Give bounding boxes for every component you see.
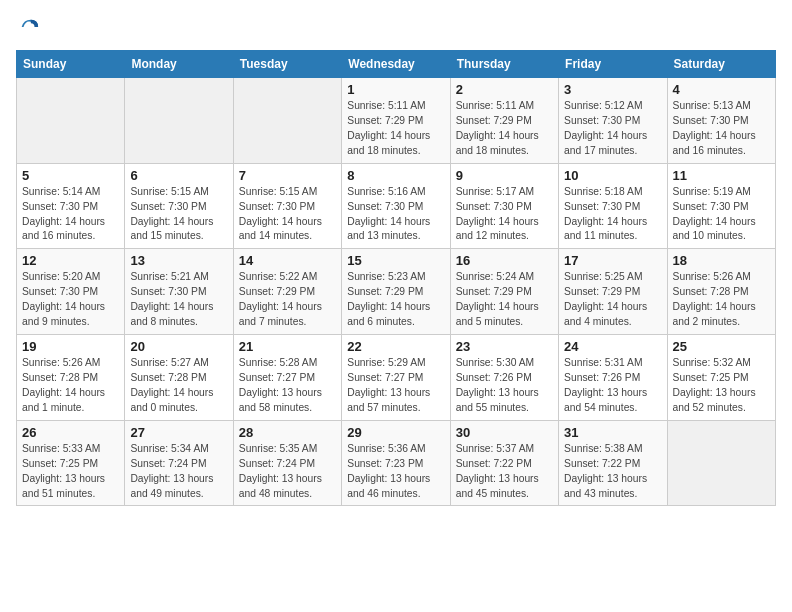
day-number: 25 xyxy=(673,339,770,354)
calendar-cell: 28Sunrise: 5:35 AM Sunset: 7:24 PM Dayli… xyxy=(233,420,341,506)
calendar-week-5: 26Sunrise: 5:33 AM Sunset: 7:25 PM Dayli… xyxy=(17,420,776,506)
day-info: Sunrise: 5:27 AM Sunset: 7:28 PM Dayligh… xyxy=(130,356,227,416)
col-header-saturday: Saturday xyxy=(667,51,775,78)
day-info: Sunrise: 5:29 AM Sunset: 7:27 PM Dayligh… xyxy=(347,356,444,416)
day-number: 30 xyxy=(456,425,553,440)
day-info: Sunrise: 5:26 AM Sunset: 7:28 PM Dayligh… xyxy=(22,356,119,416)
day-info: Sunrise: 5:20 AM Sunset: 7:30 PM Dayligh… xyxy=(22,270,119,330)
calendar-cell: 15Sunrise: 5:23 AM Sunset: 7:29 PM Dayli… xyxy=(342,249,450,335)
day-info: Sunrise: 5:38 AM Sunset: 7:22 PM Dayligh… xyxy=(564,442,661,502)
day-info: Sunrise: 5:23 AM Sunset: 7:29 PM Dayligh… xyxy=(347,270,444,330)
calendar-week-4: 19Sunrise: 5:26 AM Sunset: 7:28 PM Dayli… xyxy=(17,335,776,421)
day-info: Sunrise: 5:36 AM Sunset: 7:23 PM Dayligh… xyxy=(347,442,444,502)
day-number: 4 xyxy=(673,82,770,97)
calendar-cell: 29Sunrise: 5:36 AM Sunset: 7:23 PM Dayli… xyxy=(342,420,450,506)
calendar-cell: 26Sunrise: 5:33 AM Sunset: 7:25 PM Dayli… xyxy=(17,420,125,506)
day-number: 21 xyxy=(239,339,336,354)
calendar-cell: 23Sunrise: 5:30 AM Sunset: 7:26 PM Dayli… xyxy=(450,335,558,421)
calendar-cell: 18Sunrise: 5:26 AM Sunset: 7:28 PM Dayli… xyxy=(667,249,775,335)
day-number: 19 xyxy=(22,339,119,354)
day-info: Sunrise: 5:35 AM Sunset: 7:24 PM Dayligh… xyxy=(239,442,336,502)
calendar-table: SundayMondayTuesdayWednesdayThursdayFrid… xyxy=(16,50,776,506)
day-info: Sunrise: 5:11 AM Sunset: 7:29 PM Dayligh… xyxy=(456,99,553,159)
calendar-cell: 16Sunrise: 5:24 AM Sunset: 7:29 PM Dayli… xyxy=(450,249,558,335)
day-info: Sunrise: 5:11 AM Sunset: 7:29 PM Dayligh… xyxy=(347,99,444,159)
day-number: 6 xyxy=(130,168,227,183)
col-header-thursday: Thursday xyxy=(450,51,558,78)
day-number: 5 xyxy=(22,168,119,183)
day-number: 16 xyxy=(456,253,553,268)
day-number: 14 xyxy=(239,253,336,268)
calendar-cell: 20Sunrise: 5:27 AM Sunset: 7:28 PM Dayli… xyxy=(125,335,233,421)
calendar-cell: 22Sunrise: 5:29 AM Sunset: 7:27 PM Dayli… xyxy=(342,335,450,421)
calendar-week-3: 12Sunrise: 5:20 AM Sunset: 7:30 PM Dayli… xyxy=(17,249,776,335)
day-number: 29 xyxy=(347,425,444,440)
day-info: Sunrise: 5:34 AM Sunset: 7:24 PM Dayligh… xyxy=(130,442,227,502)
calendar-cell xyxy=(125,78,233,164)
day-info: Sunrise: 5:31 AM Sunset: 7:26 PM Dayligh… xyxy=(564,356,661,416)
day-number: 24 xyxy=(564,339,661,354)
calendar-cell: 9Sunrise: 5:17 AM Sunset: 7:30 PM Daylig… xyxy=(450,163,558,249)
day-number: 1 xyxy=(347,82,444,97)
calendar-cell: 7Sunrise: 5:15 AM Sunset: 7:30 PM Daylig… xyxy=(233,163,341,249)
day-number: 3 xyxy=(564,82,661,97)
day-info: Sunrise: 5:37 AM Sunset: 7:22 PM Dayligh… xyxy=(456,442,553,502)
calendar-cell xyxy=(667,420,775,506)
col-header-friday: Friday xyxy=(559,51,667,78)
day-number: 20 xyxy=(130,339,227,354)
day-info: Sunrise: 5:12 AM Sunset: 7:30 PM Dayligh… xyxy=(564,99,661,159)
calendar-cell: 30Sunrise: 5:37 AM Sunset: 7:22 PM Dayli… xyxy=(450,420,558,506)
calendar-cell: 10Sunrise: 5:18 AM Sunset: 7:30 PM Dayli… xyxy=(559,163,667,249)
calendar-header-row: SundayMondayTuesdayWednesdayThursdayFrid… xyxy=(17,51,776,78)
day-number: 23 xyxy=(456,339,553,354)
day-number: 11 xyxy=(673,168,770,183)
day-info: Sunrise: 5:18 AM Sunset: 7:30 PM Dayligh… xyxy=(564,185,661,245)
calendar-cell: 31Sunrise: 5:38 AM Sunset: 7:22 PM Dayli… xyxy=(559,420,667,506)
day-number: 15 xyxy=(347,253,444,268)
col-header-wednesday: Wednesday xyxy=(342,51,450,78)
calendar-cell: 17Sunrise: 5:25 AM Sunset: 7:29 PM Dayli… xyxy=(559,249,667,335)
calendar-cell: 11Sunrise: 5:19 AM Sunset: 7:30 PM Dayli… xyxy=(667,163,775,249)
day-info: Sunrise: 5:32 AM Sunset: 7:25 PM Dayligh… xyxy=(673,356,770,416)
day-info: Sunrise: 5:24 AM Sunset: 7:29 PM Dayligh… xyxy=(456,270,553,330)
day-info: Sunrise: 5:16 AM Sunset: 7:30 PM Dayligh… xyxy=(347,185,444,245)
col-header-tuesday: Tuesday xyxy=(233,51,341,78)
day-number: 27 xyxy=(130,425,227,440)
calendar-cell: 2Sunrise: 5:11 AM Sunset: 7:29 PM Daylig… xyxy=(450,78,558,164)
calendar-cell: 3Sunrise: 5:12 AM Sunset: 7:30 PM Daylig… xyxy=(559,78,667,164)
calendar-cell: 27Sunrise: 5:34 AM Sunset: 7:24 PM Dayli… xyxy=(125,420,233,506)
calendar-cell: 6Sunrise: 5:15 AM Sunset: 7:30 PM Daylig… xyxy=(125,163,233,249)
calendar-cell: 4Sunrise: 5:13 AM Sunset: 7:30 PM Daylig… xyxy=(667,78,775,164)
col-header-monday: Monday xyxy=(125,51,233,78)
day-number: 9 xyxy=(456,168,553,183)
day-number: 18 xyxy=(673,253,770,268)
calendar-week-2: 5Sunrise: 5:14 AM Sunset: 7:30 PM Daylig… xyxy=(17,163,776,249)
day-number: 26 xyxy=(22,425,119,440)
calendar-cell: 8Sunrise: 5:16 AM Sunset: 7:30 PM Daylig… xyxy=(342,163,450,249)
calendar-cell xyxy=(233,78,341,164)
logo xyxy=(16,16,40,38)
day-info: Sunrise: 5:15 AM Sunset: 7:30 PM Dayligh… xyxy=(239,185,336,245)
day-info: Sunrise: 5:15 AM Sunset: 7:30 PM Dayligh… xyxy=(130,185,227,245)
day-info: Sunrise: 5:30 AM Sunset: 7:26 PM Dayligh… xyxy=(456,356,553,416)
calendar-cell: 25Sunrise: 5:32 AM Sunset: 7:25 PM Dayli… xyxy=(667,335,775,421)
day-number: 2 xyxy=(456,82,553,97)
calendar-cell: 13Sunrise: 5:21 AM Sunset: 7:30 PM Dayli… xyxy=(125,249,233,335)
day-info: Sunrise: 5:19 AM Sunset: 7:30 PM Dayligh… xyxy=(673,185,770,245)
col-header-sunday: Sunday xyxy=(17,51,125,78)
day-info: Sunrise: 5:26 AM Sunset: 7:28 PM Dayligh… xyxy=(673,270,770,330)
day-number: 10 xyxy=(564,168,661,183)
day-info: Sunrise: 5:13 AM Sunset: 7:30 PM Dayligh… xyxy=(673,99,770,159)
day-number: 8 xyxy=(347,168,444,183)
calendar-cell: 12Sunrise: 5:20 AM Sunset: 7:30 PM Dayli… xyxy=(17,249,125,335)
day-number: 28 xyxy=(239,425,336,440)
day-number: 12 xyxy=(22,253,119,268)
day-info: Sunrise: 5:25 AM Sunset: 7:29 PM Dayligh… xyxy=(564,270,661,330)
day-info: Sunrise: 5:14 AM Sunset: 7:30 PM Dayligh… xyxy=(22,185,119,245)
day-number: 22 xyxy=(347,339,444,354)
day-info: Sunrise: 5:28 AM Sunset: 7:27 PM Dayligh… xyxy=(239,356,336,416)
day-number: 7 xyxy=(239,168,336,183)
day-info: Sunrise: 5:21 AM Sunset: 7:30 PM Dayligh… xyxy=(130,270,227,330)
page-header xyxy=(16,16,776,38)
logo-icon xyxy=(18,16,40,38)
